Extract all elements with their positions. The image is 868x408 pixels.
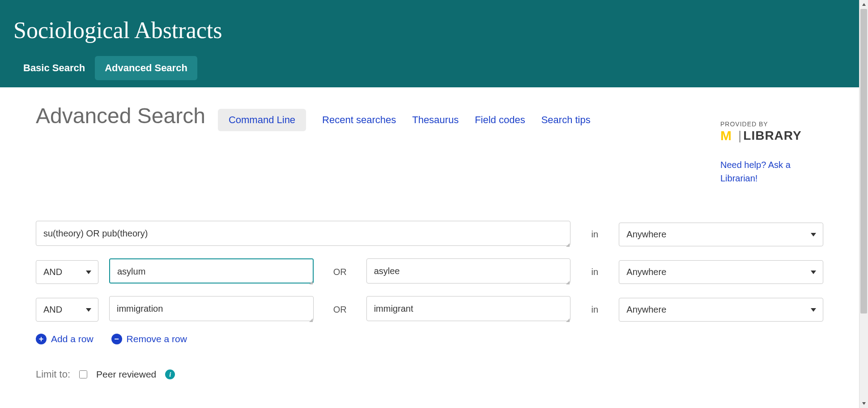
search-term-wrap bbox=[109, 296, 314, 323]
or-label: OR bbox=[324, 305, 356, 315]
field-select[interactable]: Anywhere bbox=[619, 298, 823, 322]
in-label: in bbox=[581, 229, 608, 240]
search-term-input[interactable] bbox=[109, 258, 314, 283]
peer-reviewed-label: Peer reviewed bbox=[96, 369, 156, 380]
info-icon[interactable] bbox=[165, 369, 175, 379]
database-title: Sociological Abstracts bbox=[0, 0, 859, 43]
remove-row-label: Remove a row bbox=[127, 334, 187, 344]
library-logo[interactable]: M | LIBRARY bbox=[720, 129, 810, 143]
operator-select[interactable]: AND bbox=[36, 260, 98, 284]
tab-basic-search[interactable]: Basic Search bbox=[13, 56, 95, 80]
field-select[interactable]: Anywhere bbox=[619, 223, 823, 246]
search-term-wrap bbox=[36, 221, 570, 248]
search-row: AND OR in Anywhere bbox=[36, 258, 823, 285]
database-header: Sociological Abstracts Basic Search Adva… bbox=[0, 0, 859, 87]
operator-select[interactable]: AND bbox=[36, 298, 98, 322]
field-select-wrap: Anywhere bbox=[619, 223, 823, 246]
search-term-input[interactable] bbox=[366, 258, 571, 283]
field-select-wrap: Anywhere bbox=[619, 260, 823, 284]
page-content: Sociological Abstracts Basic Search Adva… bbox=[0, 0, 859, 408]
minus-circle-icon bbox=[111, 334, 122, 344]
search-term-input[interactable] bbox=[366, 296, 571, 321]
link-field-codes[interactable]: Field codes bbox=[475, 114, 525, 126]
field-select-wrap: Anywhere bbox=[619, 298, 823, 322]
svg-marker-0 bbox=[862, 3, 866, 6]
page-head-row: Advanced Search Command Line Recent sear… bbox=[36, 103, 823, 131]
remove-row-button[interactable]: Remove a row bbox=[111, 334, 187, 344]
viewport: Sociological Abstracts Basic Search Adva… bbox=[0, 0, 868, 408]
provided-by-label: PROVIDED BY bbox=[720, 120, 810, 128]
search-term-wrap bbox=[366, 258, 571, 285]
search-term-wrap bbox=[366, 296, 571, 323]
svg-marker-1 bbox=[862, 402, 866, 405]
limit-to-row: Limit to: Peer reviewed bbox=[36, 369, 823, 380]
provider-box: PROVIDED BY M | LIBRARY Need help? Ask a… bbox=[720, 120, 810, 185]
scroll-up-button[interactable] bbox=[859, 0, 868, 9]
chevron-down-icon bbox=[862, 401, 866, 406]
search-term-input[interactable] bbox=[109, 296, 314, 321]
search-row: AND OR in Anywhere bbox=[36, 296, 823, 323]
command-line-button[interactable]: Command Line bbox=[218, 109, 306, 131]
in-label: in bbox=[581, 267, 608, 277]
add-row-label: Add a row bbox=[51, 334, 94, 344]
operator-select-wrap: AND bbox=[36, 298, 98, 322]
link-search-tips[interactable]: Search tips bbox=[541, 114, 591, 126]
scroll-down-button[interactable] bbox=[859, 399, 868, 408]
add-row-button[interactable]: Add a row bbox=[36, 334, 94, 344]
need-help-link[interactable]: Need help? Ask a Librarian! bbox=[720, 158, 810, 185]
or-label: OR bbox=[324, 267, 356, 277]
library-divider: | bbox=[738, 129, 741, 143]
in-label: in bbox=[581, 305, 608, 315]
operator-select-wrap: AND bbox=[36, 260, 98, 284]
search-term-input[interactable] bbox=[36, 221, 570, 246]
search-row: in Anywhere bbox=[36, 221, 823, 248]
field-select[interactable]: Anywhere bbox=[619, 260, 823, 284]
search-mode-tabs: Basic Search Advanced Search bbox=[0, 43, 859, 80]
advanced-search-form: in Anywhere AND OR bbox=[36, 221, 823, 380]
search-term-wrap bbox=[109, 258, 314, 285]
library-m-icon: M bbox=[720, 130, 736, 142]
scroll-track[interactable] bbox=[859, 9, 868, 399]
vertical-scrollbar[interactable] bbox=[859, 0, 868, 408]
plus-circle-icon bbox=[36, 334, 47, 344]
limit-to-label: Limit to: bbox=[36, 369, 70, 380]
row-actions: Add a row Remove a row bbox=[36, 334, 823, 344]
peer-reviewed-checkbox[interactable] bbox=[79, 370, 87, 378]
page-title: Advanced Search bbox=[36, 103, 205, 128]
scroll-thumb[interactable] bbox=[860, 9, 867, 314]
main-content: Advanced Search Command Line Recent sear… bbox=[0, 87, 859, 380]
chevron-up-icon bbox=[862, 2, 866, 7]
link-recent-searches[interactable]: Recent searches bbox=[322, 114, 396, 126]
library-text: LIBRARY bbox=[743, 129, 801, 143]
tab-advanced-search[interactable]: Advanced Search bbox=[95, 56, 197, 80]
toolbar-links: Command Line Recent searches Thesaurus F… bbox=[218, 109, 591, 131]
link-thesaurus[interactable]: Thesaurus bbox=[412, 114, 459, 126]
